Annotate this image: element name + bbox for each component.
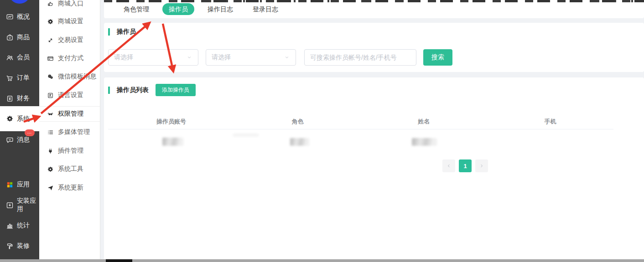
submenu-item-payment[interactable]: 支付方式 bbox=[39, 51, 100, 66]
sidebar-item-apps[interactable]: 应用 bbox=[0, 175, 39, 195]
submenu-item-label: 权限管理 bbox=[58, 110, 83, 118]
submenu-item-label: 支付方式 bbox=[58, 54, 83, 62]
chevron-down-icon bbox=[186, 54, 192, 61]
system-icon bbox=[6, 115, 14, 123]
orders-icon bbox=[6, 74, 14, 82]
tab-operator[interactable]: 操作员 bbox=[162, 3, 194, 15]
cropped-text-strip bbox=[104, 0, 644, 2]
secondary-sidebar: 商城入口 商城设置 交易设置 支付方式 微信模板消息 语言设置 权限管理 多媒体… bbox=[39, 0, 100, 262]
system-update-icon bbox=[47, 185, 54, 191]
statistics-icon bbox=[6, 222, 14, 230]
submenu-item-label: 插件管理 bbox=[58, 147, 83, 155]
filter-select-1[interactable]: 请选择 bbox=[108, 49, 198, 66]
submenu-item-language[interactable]: 语言设置 bbox=[39, 87, 100, 103]
message-icon bbox=[6, 136, 14, 144]
overview-icon bbox=[6, 13, 14, 21]
submenu-item-label: 微信模板消息 bbox=[58, 72, 96, 81]
select-placeholder: 请选择 bbox=[114, 53, 133, 62]
install-app-icon bbox=[6, 201, 14, 209]
sidebar-item-orders[interactable]: 订单 bbox=[0, 68, 39, 88]
blurred-cell-account bbox=[162, 138, 183, 146]
pagination-next-button[interactable] bbox=[475, 159, 488, 172]
submenu-item-permission[interactable]: 权限管理 bbox=[39, 106, 100, 122]
select-placeholder: 请选择 bbox=[212, 53, 231, 62]
sidebar-item-label: 统计 bbox=[17, 221, 30, 230]
submenu-item-label: 商城设置 bbox=[58, 17, 83, 26]
submenu-item-label: 交易设置 bbox=[58, 36, 83, 44]
submenu-item-label: 语言设置 bbox=[58, 91, 83, 99]
list-section-title: 操作员列表 bbox=[117, 86, 149, 94]
pagination-page-1[interactable]: 1 bbox=[459, 159, 472, 172]
sidebar-item-label: 装修 bbox=[17, 242, 30, 250]
submenu-item-system-tools[interactable]: 系统工具 bbox=[39, 161, 100, 177]
primary-sidebar: 概况 商品 会员 订单 财务 系统 消息 … 应用 安装应用 统计 装修 bbox=[0, 0, 39, 262]
submenu-item-mall-entry[interactable]: 商城入口 bbox=[39, 0, 100, 11]
table-header-row: 操作员账号 角色 姓名 手机 bbox=[108, 116, 613, 129]
search-button[interactable]: 搜索 bbox=[423, 49, 452, 66]
sidebar-item-label: 安装应用 bbox=[17, 197, 39, 213]
tab-role-management[interactable]: 角色管理 bbox=[117, 3, 156, 15]
submenu-item-label: 商城入口 bbox=[58, 0, 83, 8]
trade-settings-icon bbox=[47, 37, 54, 44]
blurred-cell-name bbox=[412, 138, 437, 146]
column-header-phone: 手机 bbox=[487, 116, 613, 129]
message-count-badge: … bbox=[25, 129, 35, 136]
horizontal-scrollbar[interactable] bbox=[0, 259, 644, 262]
submenu-item-system-update[interactable]: 系统更新 bbox=[39, 180, 100, 195]
apps-icon bbox=[6, 181, 14, 189]
mall-settings-icon bbox=[47, 18, 54, 25]
sidebar-item-label: 概况 bbox=[17, 13, 30, 21]
submenu-item-plugin[interactable]: 插件管理 bbox=[39, 143, 100, 159]
operator-filter-card: 操作员 请选择 请选择 搜索 bbox=[104, 23, 644, 72]
submenu-item-wechat-template[interactable]: 微信模板消息 bbox=[39, 69, 100, 84]
column-header-account: 操作员账号 bbox=[108, 116, 234, 129]
chevron-left-icon bbox=[446, 163, 452, 169]
plugin-icon bbox=[47, 148, 54, 154]
chevron-down-icon bbox=[284, 54, 290, 61]
tab-login-log[interactable]: 登录日志 bbox=[246, 3, 285, 15]
mall-entry-icon bbox=[47, 0, 54, 7]
filter-select-2[interactable]: 请选择 bbox=[206, 49, 296, 66]
sidebar-item-statistics[interactable]: 统计 bbox=[0, 216, 39, 236]
submenu-item-label: 系统更新 bbox=[58, 184, 83, 192]
decorate-icon bbox=[6, 242, 14, 250]
sidebar-item-overview[interactable]: 概况 bbox=[0, 7, 39, 27]
sidebar-item-decorate[interactable]: 装修 bbox=[0, 236, 39, 256]
sidebar-item-label: 会员 bbox=[17, 53, 30, 62]
column-header-name: 姓名 bbox=[361, 116, 487, 129]
sidebar-item-goods[interactable]: 商品 bbox=[0, 27, 39, 47]
pagination-prev-button[interactable] bbox=[442, 159, 455, 172]
sidebar-item-label: 消息 bbox=[17, 136, 30, 144]
submenu-item-label: 多媒体管理 bbox=[58, 128, 90, 136]
sidebar-item-label: 订单 bbox=[17, 74, 30, 82]
blurred-cell-role bbox=[290, 138, 309, 146]
tab-operation-log[interactable]: 操作日志 bbox=[201, 3, 239, 15]
members-icon bbox=[6, 54, 14, 62]
submenu-item-media[interactable]: 多媒体管理 bbox=[39, 124, 100, 140]
pagination: 1 bbox=[442, 159, 488, 172]
sidebar-item-install-app[interactable]: 安装应用 bbox=[0, 195, 39, 215]
sidebar-item-label: 财务 bbox=[17, 94, 30, 103]
system-tools-icon bbox=[47, 166, 54, 173]
blurred-cell-smudge bbox=[233, 134, 259, 137]
submenu-item-mall-settings[interactable]: 商城设置 bbox=[39, 14, 100, 29]
sidebar-item-finance[interactable]: 财务 bbox=[0, 88, 39, 108]
media-icon bbox=[47, 129, 54, 136]
sidebar-item-label: 商品 bbox=[17, 33, 30, 41]
submenu-item-trade-settings[interactable]: 交易设置 bbox=[39, 32, 100, 48]
section-accent-bar bbox=[108, 28, 110, 36]
permission-icon bbox=[47, 111, 54, 118]
sidebar-item-system[interactable]: 系统 bbox=[0, 106, 39, 131]
main-content: 角色管理 操作员 操作日志 登录日志 操作员 请选择 请选择 搜索 bbox=[100, 0, 644, 262]
sidebar-item-label: 应用 bbox=[17, 180, 30, 189]
sidebar-item-members[interactable]: 会员 bbox=[0, 47, 39, 67]
horizontal-scrollbar-thumb[interactable] bbox=[106, 259, 132, 262]
chevron-right-icon bbox=[478, 163, 485, 169]
operator-list-card: 操作员列表 添加操作员 操作员账号 角色 姓名 手机 1 bbox=[104, 77, 644, 262]
filter-section-title: 操作员 bbox=[117, 28, 136, 36]
section-accent-bar bbox=[108, 87, 110, 94]
add-operator-button[interactable]: 添加操作员 bbox=[156, 84, 196, 96]
sidebar-item-label: 系统 bbox=[17, 115, 30, 123]
operator-search-input[interactable] bbox=[304, 49, 416, 66]
tabs-bar: 角色管理 操作员 操作日志 登录日志 bbox=[104, 0, 644, 18]
